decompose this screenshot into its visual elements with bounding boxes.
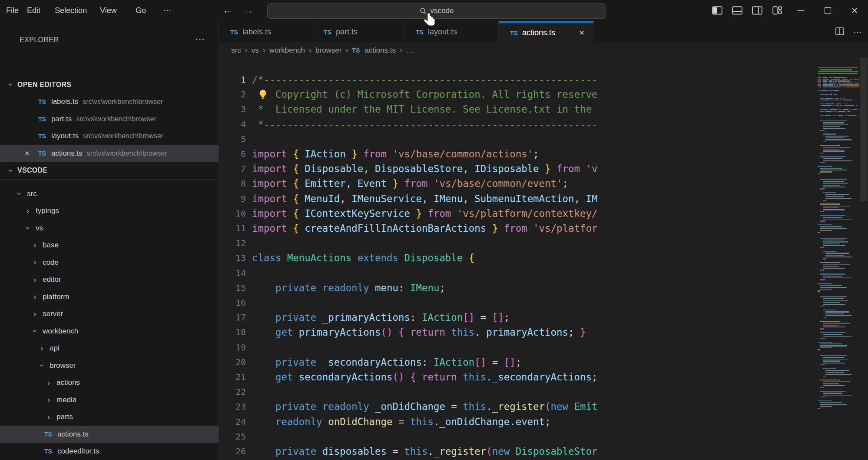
editor-more-actions-icon[interactable]: ⋯ <box>853 27 862 37</box>
editor-scrollbar[interactable] <box>859 58 868 460</box>
open-editor-labels.ts[interactable]: TSlabels.tssrc\vs\workbench\browser <box>0 93 219 111</box>
code-text: Copyright (c) Microsoft Corporation. All… <box>252 87 597 102</box>
minimap-line <box>823 160 851 161</box>
tree-folder-typings[interactable]: ›typings <box>0 203 219 220</box>
code-line-1[interactable]: 1/*-------------------------------------… <box>219 72 868 87</box>
token: ( <box>545 401 550 412</box>
toggle-panel-icon[interactable] <box>727 0 747 21</box>
back-arrow-icon[interactable]: ← <box>221 0 235 21</box>
token: } <box>416 208 421 219</box>
tree-folder-browser[interactable]: ›browser <box>0 357 219 374</box>
file-path: src\vs\workbench\browser <box>87 150 167 157</box>
code-line-13[interactable]: 13class MenuActions extends Disposable { <box>219 250 868 265</box>
close-editor-icon[interactable]: ✕ <box>24 150 32 157</box>
code-line-6[interactable]: 6import { IAction } from 'vs/base/common… <box>219 147 868 161</box>
tree-folder-server[interactable]: ›server <box>0 306 219 323</box>
tree-folder-src[interactable]: ›src <box>0 185 219 203</box>
tree-file-actions.ts[interactable]: TSactions.ts <box>0 426 219 443</box>
code-line-19[interactable]: 19 <box>219 340 868 355</box>
open-editor-layout.ts[interactable]: TSlayout.tssrc\vs\workbench\browser <box>0 128 219 145</box>
tree-folder-platform[interactable]: ›platform <box>0 288 219 306</box>
menu-selection[interactable]: Selection <box>53 0 89 21</box>
close-window-button[interactable]: ✕ <box>841 0 868 21</box>
code-line-15[interactable]: 15 private readonly menu: IMenu; <box>219 280 868 295</box>
minimap-line <box>823 334 842 335</box>
line-number: 5 <box>219 132 246 147</box>
code-line-8[interactable]: 8import { Emitter, Event } from 'vs/base… <box>219 176 868 191</box>
tree-folder-parts[interactable]: ›parts <box>0 409 219 426</box>
open-editor-actions.ts[interactable]: ✕TSactions.tssrc\vs\workbench\browser <box>0 145 219 162</box>
minimap-line <box>820 168 842 169</box>
chevron-right-icon: › <box>31 310 38 319</box>
breadcrumb-separator-icon: › <box>345 46 348 55</box>
section-header-open-editors[interactable]: ›OPEN EDITORS <box>0 76 219 93</box>
token: _secondaryActions <box>322 357 422 368</box>
tree-folder-workbench[interactable]: ›workbench <box>0 323 219 340</box>
tree-folder-media[interactable]: ›media <box>0 391 219 409</box>
token: { <box>410 371 416 383</box>
toggle-sidebar-icon[interactable] <box>707 0 727 21</box>
code-line-12[interactable]: 12 <box>219 236 868 250</box>
tree-folder-actions[interactable]: ›actions <box>0 374 219 392</box>
open-editor-part.ts[interactable]: TSpart.tssrc\vs\workbench\browser <box>0 110 219 128</box>
code-line-2[interactable]: 2 Copyright (c) Microsoft Corporation. A… <box>219 87 868 102</box>
tree-file-codeeditor.ts[interactable]: TScodeeditor.ts <box>0 443 219 460</box>
tab-actions.ts[interactable]: TSactions.ts✕ <box>499 21 593 43</box>
code-line-20[interactable]: 20 private _secondaryActions: IAction[] … <box>219 355 868 370</box>
tree-folder-vs[interactable]: ›vs <box>0 220 219 237</box>
code-line-7[interactable]: 7import { Disposable, DisposableStore, I… <box>219 161 868 176</box>
tab-layout.ts[interactable]: TSlayout.ts <box>404 21 499 43</box>
code-line-3[interactable]: 3 * Licensed under the MIT License. See … <box>219 102 868 117</box>
code-line-4[interactable]: 4 *-------------------------------------… <box>219 117 868 132</box>
code-line-23[interactable]: 23 private readonly _onDidChange = this.… <box>219 399 868 414</box>
token: _onDidChange <box>375 401 445 412</box>
explorer-more-actions-icon[interactable]: ⋯ <box>195 33 205 45</box>
breadcrumb-item-actions.ts[interactable]: actions.ts <box>364 46 396 55</box>
code-line-16[interactable]: 16 <box>219 295 868 310</box>
line-number: 4 <box>219 117 246 132</box>
minimap-line <box>823 206 850 207</box>
code-line-26[interactable]: 26 private disposables = this._register(… <box>219 444 868 459</box>
customize-layout-icon[interactable] <box>767 0 787 21</box>
code-line-5[interactable]: 5 <box>219 132 868 147</box>
tree-folder-base[interactable]: ›base <box>0 237 219 254</box>
tab-part.ts[interactable]: TSpart.ts <box>312 21 404 43</box>
code-line-14[interactable]: 14 <box>219 266 868 280</box>
code-editor[interactable]: 1/*-------------------------------------… <box>219 58 868 460</box>
menu-file[interactable]: File <box>4 0 20 21</box>
tree-folder-api[interactable]: ›api <box>0 340 219 357</box>
split-editor-icon[interactable] <box>835 26 845 38</box>
breadcrumb-item-workbench[interactable]: workbench <box>269 46 305 55</box>
code-line-9[interactable]: 9import { MenuId, IMenuService, IMenu, S… <box>219 191 868 206</box>
code-line-17[interactable]: 17 private _primaryActions: IAction[] = … <box>219 310 868 325</box>
code-line-24[interactable]: 24 readonly onDidChange = this._onDidCha… <box>219 414 868 429</box>
menu-edit[interactable]: Edit <box>25 0 42 21</box>
minimize-button[interactable]: — <box>787 0 814 21</box>
minimap[interactable] <box>816 58 859 460</box>
menu-more[interactable]: ⋯ <box>162 0 173 21</box>
forward-arrow-icon[interactable]: → <box>242 0 255 21</box>
breadcrumb-item-src[interactable]: src <box>231 46 241 55</box>
tree-folder-editor[interactable]: ›editor <box>0 271 219 289</box>
code-line-22[interactable]: 22 <box>219 384 868 399</box>
maximize-button[interactable] <box>814 0 841 21</box>
toggle-secondary-sidebar-icon[interactable] <box>747 0 767 21</box>
menu-go[interactable]: Go <box>134 0 148 21</box>
breadcrumb-item-vs[interactable]: vs <box>252 46 259 55</box>
code-text: private _secondaryActions: IAction[] = [… <box>252 355 597 370</box>
code-line-10[interactable]: 10import { IContextKeyService } from 'vs… <box>219 206 868 221</box>
code-line-25[interactable]: 25 <box>219 429 868 444</box>
code-line-11[interactable]: 11import { createAndFillInActionBarActio… <box>219 221 868 236</box>
breadcrumb-item-more[interactable]: … <box>406 46 414 55</box>
tree-folder-code[interactable]: ›code <box>0 254 219 271</box>
code-line-21[interactable]: 21 get secondaryActions() { return this.… <box>219 370 868 384</box>
tab-labels.ts[interactable]: TSlabels.ts <box>219 21 312 43</box>
search-command-center[interactable]: vscode <box>267 3 606 19</box>
section-header-vscode[interactable]: ›VSCODE <box>0 162 219 180</box>
close-tab-icon[interactable]: ✕ <box>573 29 585 37</box>
menu-view[interactable]: View <box>98 0 119 21</box>
scrollbar-slider[interactable] <box>860 58 868 201</box>
lightbulb-icon[interactable] <box>258 89 268 100</box>
code-line-18[interactable]: 18 get primaryActions() { return this._p… <box>219 325 868 340</box>
breadcrumb-item-browser[interactable]: browser <box>315 46 341 55</box>
